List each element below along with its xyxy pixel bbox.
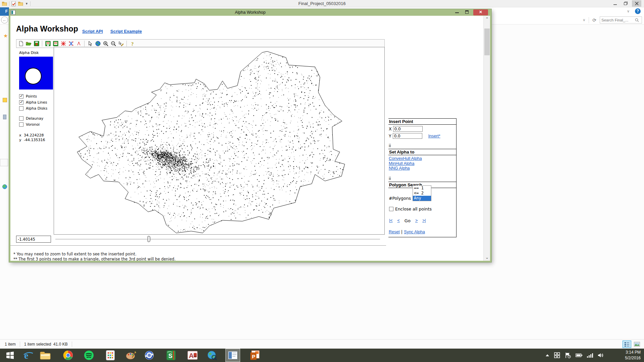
explorer-file-tab[interactable]: F bbox=[0, 7, 9, 16]
insert-x-input[interactable] bbox=[393, 126, 423, 132]
network-globe-icon[interactable] bbox=[2, 184, 7, 189]
alpha-minimize-button[interactable] bbox=[455, 12, 459, 13]
scroll-up-arrow-icon[interactable]: ⌃ bbox=[484, 16, 490, 22]
points-checkbox-row[interactable]: Points bbox=[19, 94, 37, 99]
zoom-extent-globe-icon[interactable] bbox=[95, 41, 101, 47]
action-center-flag-icon[interactable] bbox=[565, 352, 571, 358]
taskbar-file-explorer-icon[interactable] bbox=[38, 349, 53, 362]
taskbar-app-grid-icon[interactable] bbox=[103, 349, 118, 362]
taskbar-clock[interactable]: 3:14 PM 5/2/2016 bbox=[607, 350, 641, 361]
scroll-down-arrow-icon[interactable]: ⌄ bbox=[484, 254, 490, 261]
pick-pen-icon[interactable] bbox=[118, 41, 124, 47]
insert-y-input[interactable] bbox=[393, 133, 422, 139]
taskbar-internet-explorer-icon[interactable]: e bbox=[21, 349, 36, 362]
start-button[interactable] bbox=[3, 349, 17, 362]
explorer-minimize-button[interactable] bbox=[610, 0, 620, 7]
network-signal-icon[interactable] bbox=[587, 353, 593, 358]
thumbnail-view-button[interactable] bbox=[633, 341, 641, 348]
polygons-option-eq1[interactable]: == 1 bbox=[413, 186, 431, 191]
nng-alpha-link[interactable]: NNG Alpha bbox=[389, 166, 456, 171]
nav-device-icon[interactable] bbox=[3, 115, 6, 119]
sync-alpha-link[interactable]: Sync Alpha bbox=[404, 230, 425, 234]
qat-page-check-icon[interactable] bbox=[11, 1, 16, 6]
explorer-maximize-button[interactable] bbox=[621, 0, 631, 7]
zoom-out-icon[interactable] bbox=[110, 41, 116, 47]
set-alpha-header: Set Alpha to bbox=[388, 149, 456, 155]
delaunay-label: Delaunay bbox=[26, 116, 43, 121]
help-icon[interactable]: ? bbox=[129, 41, 135, 47]
nav-prev-link[interactable]: < bbox=[397, 218, 400, 223]
volume-icon[interactable] bbox=[598, 353, 604, 358]
voronoi-checkbox-row[interactable]: Voronoi bbox=[19, 122, 40, 127]
nav-next-link[interactable]: > bbox=[415, 218, 418, 223]
save-icon[interactable] bbox=[34, 41, 39, 47]
delete-points-icon[interactable] bbox=[60, 41, 66, 47]
battery-icon[interactable] bbox=[576, 353, 582, 358]
nav-last-link[interactable]: >| bbox=[422, 218, 426, 223]
script-api-link[interactable]: Script API bbox=[82, 29, 103, 34]
taskbar-map-viewer-icon[interactable] bbox=[205, 349, 219, 362]
ribbon-expand-chevron-icon[interactable]: ∨ bbox=[627, 9, 630, 13]
polygons-option-any[interactable]: Any bbox=[413, 196, 431, 201]
taskbar-powerpoint-icon[interactable]: P bbox=[248, 349, 262, 362]
reset-link[interactable]: Reset bbox=[389, 230, 400, 234]
address-dropdown-chevron-icon[interactable]: ∨ bbox=[583, 18, 585, 22]
points-checkbox[interactable] bbox=[19, 94, 23, 99]
alpha-value-input[interactable] bbox=[16, 236, 51, 243]
new-file-icon[interactable] bbox=[18, 41, 24, 47]
taskbar-paint-icon[interactable] bbox=[123, 349, 138, 362]
nav-go-label: Go bbox=[405, 218, 411, 223]
delaunay-checkbox[interactable] bbox=[19, 116, 23, 121]
alpha-disks-checkbox-row[interactable]: Alpha Disks bbox=[19, 106, 47, 111]
scrollbar-thumb[interactable] bbox=[484, 28, 490, 55]
save-grid-icon[interactable] bbox=[53, 41, 58, 47]
voronoi-checkbox[interactable] bbox=[19, 122, 23, 127]
qat-dropdown-chevron-icon[interactable]: ▼ bbox=[25, 2, 28, 5]
minhull-alpha-link[interactable]: MinHull Alpha bbox=[389, 161, 456, 166]
taskbar-chrome-icon[interactable] bbox=[61, 349, 75, 362]
enclose-all-points-row[interactable]: Enclose all points bbox=[389, 206, 456, 212]
select-cursor-icon[interactable] bbox=[87, 41, 93, 47]
polygons-option-le2[interactable]: <= 2 bbox=[413, 191, 431, 196]
back-button[interactable]: ← bbox=[1, 16, 8, 23]
insert-link[interactable]: Insert* bbox=[428, 134, 440, 138]
explorer-search-box[interactable] bbox=[600, 16, 642, 23]
search-input[interactable] bbox=[601, 18, 635, 22]
explorer-help-icon[interactable]: ? bbox=[635, 8, 641, 14]
zoom-in-icon[interactable] bbox=[103, 41, 108, 47]
alpha-lines-icon[interactable] bbox=[76, 41, 82, 47]
alpha-lines-checkbox[interactable] bbox=[19, 100, 23, 105]
point-cloud-canvas[interactable] bbox=[54, 47, 384, 234]
alpha-slider[interactable] bbox=[55, 239, 380, 239]
details-view-button[interactable] bbox=[623, 341, 631, 348]
convexhull-alpha-link[interactable]: ConvexHull Alpha bbox=[389, 156, 456, 161]
hidden-icons-chevron-icon[interactable] bbox=[545, 354, 549, 357]
taskbar-sas-app-icon[interactable]: S bbox=[164, 349, 178, 362]
vertical-scrollbar[interactable]: ⌃ ⌄ bbox=[483, 16, 490, 261]
refresh-icon[interactable]: ⟳ bbox=[592, 17, 596, 23]
taskbar-access-icon[interactable]: A bbox=[185, 349, 200, 362]
script-example-link[interactable]: Script Example bbox=[110, 29, 142, 34]
alpha-slider-thumb[interactable] bbox=[148, 236, 150, 242]
polygons-listbox[interactable]: == 1 <= 2 Any bbox=[413, 185, 431, 201]
taskbar-spotify-icon[interactable] bbox=[82, 349, 96, 362]
enclose-all-points-checkbox[interactable] bbox=[389, 207, 393, 211]
nav-first-link[interactable]: |< bbox=[389, 218, 393, 223]
alpha-disks-checkbox[interactable] bbox=[19, 106, 23, 111]
nav-sync-icon[interactable] bbox=[3, 98, 7, 102]
alpha-titlebar[interactable]: Alpha Workshop ✕ bbox=[9, 9, 491, 16]
alpha-maximize-button[interactable] bbox=[465, 10, 469, 14]
alpha-lines-checkbox-row[interactable]: Alpha Lines bbox=[19, 100, 47, 105]
scatter-points-icon[interactable] bbox=[68, 41, 74, 47]
taskbar-sync-app-icon[interactable] bbox=[142, 349, 157, 362]
explorer-close-button[interactable] bbox=[632, 0, 641, 7]
taskbar-alpha-workshop-icon[interactable] bbox=[225, 349, 240, 362]
save-lines-icon[interactable] bbox=[45, 41, 51, 47]
windows-tray-icon[interactable] bbox=[554, 352, 560, 358]
open-folder-icon[interactable] bbox=[26, 41, 32, 47]
favorites-star-icon[interactable]: ★ bbox=[3, 33, 8, 39]
delaunay-checkbox-row[interactable]: Delaunay bbox=[19, 116, 43, 121]
alpha-close-button[interactable]: ✕ bbox=[473, 9, 488, 15]
qat-folder-icon-2[interactable] bbox=[18, 2, 23, 6]
qat-folder-icon[interactable] bbox=[2, 2, 7, 6]
